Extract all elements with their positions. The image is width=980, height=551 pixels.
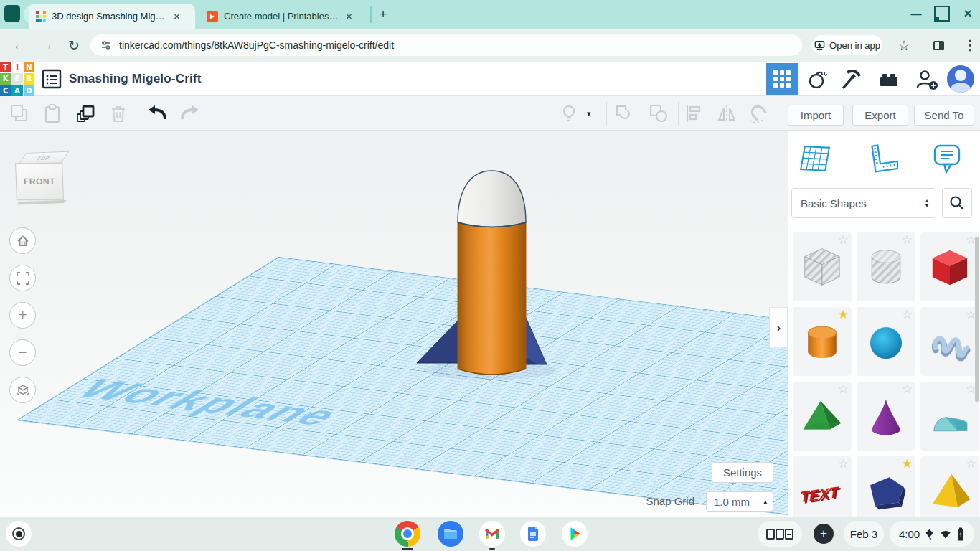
account-avatar[interactable] xyxy=(947,65,974,93)
panel-collapse-button[interactable]: › xyxy=(769,307,788,347)
rocket-model[interactable] xyxy=(398,156,570,386)
blocks-view-button[interactable] xyxy=(766,63,798,95)
date-button[interactable]: Feb 3 xyxy=(844,521,884,547)
shape-round-roof[interactable]: ☆ xyxy=(920,382,979,451)
magnet-icon[interactable] xyxy=(746,103,768,124)
shape-text[interactable]: TEXT TEXT ☆ xyxy=(793,456,852,525)
bricks-button[interactable] xyxy=(877,67,901,92)
view-cube[interactable]: TOP FRONT xyxy=(15,151,75,211)
tinkercad-logo[interactable]: TINKERCAD xyxy=(0,62,34,96)
site-info-icon[interactable] xyxy=(100,39,112,51)
shape-pyramid[interactable]: ☆ xyxy=(920,456,979,525)
chrome-app-icon[interactable] xyxy=(395,521,420,547)
caret-up-icon: ▴ xyxy=(763,498,767,505)
shape-category-dropdown[interactable]: Basic Shapes ▴▾ xyxy=(791,188,936,218)
favorite-star-icon[interactable]: ☆ xyxy=(902,232,913,248)
send-to-button[interactable]: Send To xyxy=(914,105,974,126)
import-button[interactable]: Import xyxy=(788,105,844,126)
settings-button[interactable]: Settings xyxy=(712,462,773,483)
url-text: tinkercad.com/things/8tkAW8ujPgC-smashin… xyxy=(119,39,394,51)
fit-view-button[interactable] xyxy=(9,265,36,291)
shape-box-hole[interactable]: ☆ xyxy=(793,232,852,301)
favorite-star-icon[interactable]: ☆ xyxy=(838,456,849,471)
reload-button[interactable]: ↻ xyxy=(65,37,83,54)
duplicate-icon[interactable] xyxy=(75,103,96,124)
workplane-tool-icon[interactable] xyxy=(798,142,831,175)
address-bar[interactable]: tinkercad.com/things/8tkAW8ujPgC-smashin… xyxy=(90,34,802,56)
shape-polygon[interactable]: ★ xyxy=(857,456,915,525)
shape-cylinder-hole[interactable]: ☆ xyxy=(857,232,915,301)
tab-printables[interactable]: ▸ Create model | Printables.com × xyxy=(199,4,366,29)
export-button[interactable]: Export xyxy=(852,105,908,126)
group-icon[interactable] xyxy=(613,103,635,124)
window-previews-button[interactable] xyxy=(758,521,802,547)
close-icon[interactable]: × xyxy=(172,10,182,22)
delete-icon[interactable] xyxy=(108,103,129,124)
bookmark-star-icon[interactable]: ☆ xyxy=(895,37,913,54)
forward-button[interactable]: → xyxy=(37,37,56,54)
perspective-toggle-button[interactable] xyxy=(9,377,36,403)
favorite-star-icon[interactable]: ★ xyxy=(838,307,849,322)
play-store-app-icon[interactable] xyxy=(562,521,588,547)
mirror-icon[interactable] xyxy=(716,103,738,124)
open-in-app-button[interactable]: Open in app xyxy=(812,35,882,55)
paste-icon[interactable] xyxy=(42,103,63,124)
copy-icon[interactable] xyxy=(9,103,30,124)
ruler-tool-icon[interactable] xyxy=(865,142,898,175)
invite-button[interactable] xyxy=(913,67,941,92)
folder-icon xyxy=(443,528,458,540)
launcher-button[interactable] xyxy=(6,521,32,547)
sim-lab-button[interactable] xyxy=(805,67,829,92)
shape-search-button[interactable] xyxy=(942,188,972,218)
menu-kebab-icon[interactable]: ⋮ xyxy=(961,37,979,54)
minecraft-button[interactable] xyxy=(838,67,862,92)
properties-button[interactable] xyxy=(42,69,62,89)
snap-grid-dropdown[interactable]: 1.0 mm ▴ xyxy=(706,491,773,512)
viewport-3d[interactable]: Workplane xyxy=(0,131,788,517)
tab-tinkercad[interactable]: 3D design Smashing Migelo-Cr × xyxy=(29,4,195,29)
favorite-star-icon[interactable]: ☆ xyxy=(966,456,976,471)
home-view-button[interactable] xyxy=(9,227,36,254)
favorite-star-icon[interactable]: ☆ xyxy=(902,307,913,322)
view-cube-front-face[interactable]: FRONT xyxy=(15,163,64,200)
close-icon[interactable]: × xyxy=(344,10,354,22)
window-corner-button[interactable] xyxy=(4,5,20,22)
shape-box[interactable]: ☆ xyxy=(920,232,979,301)
show-all-caret[interactable]: ▾ xyxy=(587,109,591,118)
window-icon xyxy=(785,529,793,540)
shape-sphere[interactable]: ☆ xyxy=(857,307,915,376)
notes-tool-icon[interactable] xyxy=(930,142,963,175)
undo-icon[interactable] xyxy=(146,103,168,124)
ungroup-icon[interactable] xyxy=(648,103,669,124)
favorite-star-icon[interactable]: ☆ xyxy=(838,382,849,397)
side-panel-icon[interactable] xyxy=(930,37,947,54)
favorite-star-icon[interactable]: ☆ xyxy=(838,232,849,248)
align-icon[interactable] xyxy=(683,103,705,124)
zoom-in-button[interactable]: + xyxy=(9,302,36,329)
show-all-icon[interactable] xyxy=(558,103,580,124)
zoom-out-button[interactable]: − xyxy=(9,339,36,366)
redo-icon[interactable] xyxy=(179,103,201,124)
favorite-star-icon[interactable]: ☆ xyxy=(902,382,913,397)
grid-icon xyxy=(773,70,791,88)
shape-cone[interactable]: ☆ xyxy=(857,382,915,451)
panel-scrollbar[interactable] xyxy=(975,237,979,402)
gmail-app-icon[interactable] xyxy=(479,521,505,547)
back-button[interactable]: ← xyxy=(10,37,29,54)
files-app-icon[interactable] xyxy=(438,521,463,547)
doc-icon xyxy=(527,527,539,541)
tinkercad-favicon xyxy=(36,11,46,22)
shape-scribble[interactable]: ☆ xyxy=(920,307,979,376)
status-tray[interactable]: 4:00 xyxy=(890,521,974,547)
restore-button[interactable] xyxy=(934,6,950,22)
add-button[interactable]: + xyxy=(814,524,834,544)
close-window-button[interactable]: × xyxy=(960,6,976,22)
home-icon xyxy=(16,234,30,248)
shape-cylinder[interactable]: ★ xyxy=(793,307,852,376)
launcher-icon xyxy=(12,527,25,540)
minimize-button[interactable]: — xyxy=(908,6,924,22)
favorite-star-icon[interactable]: ★ xyxy=(902,456,913,471)
shape-roof[interactable]: ☆ xyxy=(793,382,852,451)
docs-app-icon[interactable] xyxy=(520,521,546,547)
new-tab-button[interactable]: + xyxy=(370,6,387,23)
